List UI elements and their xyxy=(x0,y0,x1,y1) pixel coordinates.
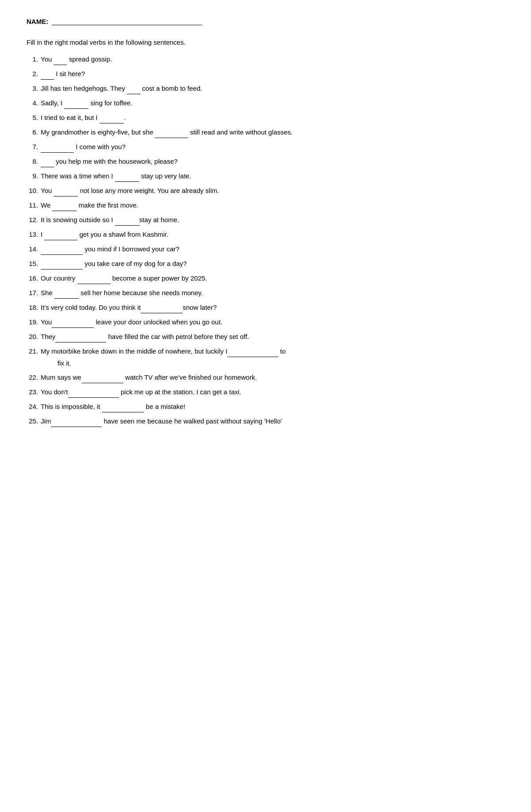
sentence-number: 3. xyxy=(27,83,41,94)
sentence-number: 23. xyxy=(27,387,41,397)
sentence-number: 10. xyxy=(27,185,41,196)
sentence-number: 7. xyxy=(27,142,41,152)
blank xyxy=(81,372,123,383)
list-item: 9. There was a time when I stay up very … xyxy=(27,171,504,182)
list-item: 17. She sell her home because she needs … xyxy=(27,288,504,299)
instructions: Fill in the right modal verbs in the fol… xyxy=(27,38,504,46)
blank xyxy=(115,215,139,226)
sentence-number: 20. xyxy=(27,331,41,342)
sentence-text: you help me with the housework, please? xyxy=(41,156,504,167)
sentence-text: Jill has ten hedgehogs. They cost a bomb… xyxy=(41,83,504,94)
list-item-continuation: fix it. xyxy=(27,358,504,369)
sentence-text: Jim have seen me because he walked past … xyxy=(41,416,504,427)
sentence-text: You spread gossip. xyxy=(41,54,504,65)
blank xyxy=(227,346,278,357)
sentence-number: 6. xyxy=(27,127,41,138)
list-item: 4. Sadly, I sing for toffee. xyxy=(27,98,504,109)
sentence-number: 17. xyxy=(27,288,41,298)
sentence-number: 22. xyxy=(27,372,41,383)
sentence-number: 8. xyxy=(27,156,41,167)
blank xyxy=(54,185,78,196)
sentence-text: I get you a shawl from Kashmir. xyxy=(41,229,504,240)
blank xyxy=(41,244,83,255)
sentence-text: You not lose any more weight. You are al… xyxy=(41,185,504,196)
sentence-number: 13. xyxy=(27,229,41,240)
list-item: 2. I sit here? xyxy=(27,69,504,80)
sentence-text: I tried to eat it, but I . xyxy=(41,112,504,123)
sentence-text: You don't pick me up at the station. I c… xyxy=(41,387,504,398)
sentence-number: 15. xyxy=(27,258,41,269)
blank xyxy=(41,69,54,80)
blank xyxy=(64,98,88,109)
sentence-text: Sadly, I sing for toffee. xyxy=(41,98,504,109)
list-item: 1. You spread gossip. xyxy=(27,54,504,65)
sentence-text: This is impossible, it be a mistake! xyxy=(41,401,504,412)
list-item: 22. Mum says we watch TV after we've fin… xyxy=(27,372,504,383)
blank xyxy=(44,229,77,240)
sentence-text: My grandmother is eighty-five, but she s… xyxy=(41,127,504,138)
list-item: 24. This is impossible, it be a mistake! xyxy=(27,401,504,412)
sentence-text: We make the first move. xyxy=(41,200,504,211)
sentence-text: fix it. xyxy=(58,358,504,369)
blank xyxy=(52,317,94,328)
blank xyxy=(102,401,144,412)
list-item: 7. I come with you? xyxy=(27,142,504,153)
blank xyxy=(55,331,106,343)
sentences-list: 1. You spread gossip. 2. I sit here? 3. … xyxy=(27,54,504,427)
sentence-text: you mind if I borrowed your car? xyxy=(41,244,504,255)
sentence-text: I sit here? xyxy=(41,69,504,80)
list-item: 5. I tried to eat it, but I . xyxy=(27,112,504,123)
sentence-number: 14. xyxy=(27,244,41,254)
blank xyxy=(41,156,54,167)
sentence-text: It is snowing outside so I stay at home. xyxy=(41,215,504,226)
sentence-number: 1. xyxy=(27,54,41,65)
list-item: 13. I get you a shawl from Kashmir. xyxy=(27,229,504,240)
name-underline xyxy=(52,18,202,25)
list-item: 14. you mind if I borrowed your car? xyxy=(27,244,504,255)
sentence-number: 11. xyxy=(27,200,41,211)
list-item: 23. You don't pick me up at the station.… xyxy=(27,387,504,398)
name-label: NAME: xyxy=(27,18,48,25)
blank xyxy=(115,171,139,182)
blank xyxy=(100,112,124,123)
list-item: 11. We make the first move. xyxy=(27,200,504,211)
sentence-number: 18. xyxy=(27,302,41,313)
blank xyxy=(52,200,77,211)
blank xyxy=(41,142,74,153)
list-item: 18. It's very cold today. Do you think i… xyxy=(27,302,504,313)
sentence-text: They have filled the car with petrol bef… xyxy=(41,331,504,343)
list-item: 8. you help me with the housework, pleas… xyxy=(27,156,504,167)
list-item: 16. Our country become a super power by … xyxy=(27,273,504,284)
list-item: 10. You not lose any more weight. You ar… xyxy=(27,185,504,196)
list-item: 3. Jill has ten hedgehogs. They cost a b… xyxy=(27,83,504,94)
sentence-text: Our country become a super power by 2025… xyxy=(41,273,504,284)
blank xyxy=(41,258,83,269)
sentence-text: It's very cold today. Do you think it sn… xyxy=(41,302,504,313)
blank xyxy=(68,387,119,398)
blank xyxy=(77,273,111,284)
sentence-text: Mum says we watch TV after we've finishe… xyxy=(41,372,504,383)
sentence-number: 4. xyxy=(27,98,41,108)
sentence-number: 9. xyxy=(27,171,41,181)
list-item: 15. you take care of my dog for a day? xyxy=(27,258,504,269)
list-item: 12. It is snowing outside so I stay at h… xyxy=(27,215,504,226)
list-item: 19. You leave your door unlocked when yo… xyxy=(27,317,504,328)
sentence-text: I come with you? xyxy=(41,142,504,153)
sentence-text: There was a time when I stay up very lat… xyxy=(41,171,504,182)
sentence-text: You leave your door unlocked when you go… xyxy=(41,317,504,328)
sentence-number: 19. xyxy=(27,317,41,327)
list-item: 6. My grandmother is eighty-five, but sh… xyxy=(27,127,504,138)
sentence-number: 16. xyxy=(27,273,41,284)
blank xyxy=(51,416,102,427)
sentence-text: you take care of my dog for a day? xyxy=(41,258,504,269)
blank xyxy=(155,127,188,138)
sentence-number: 25. xyxy=(27,416,41,427)
list-item: 25. Jim have seen me because he walked p… xyxy=(27,416,504,427)
blank xyxy=(54,288,79,299)
sentence-number: 21. xyxy=(27,346,41,357)
sentence-number: 2. xyxy=(27,69,41,79)
name-section: NAME: xyxy=(27,18,504,25)
blank xyxy=(54,54,67,65)
blank xyxy=(141,302,183,313)
blank xyxy=(127,83,140,94)
